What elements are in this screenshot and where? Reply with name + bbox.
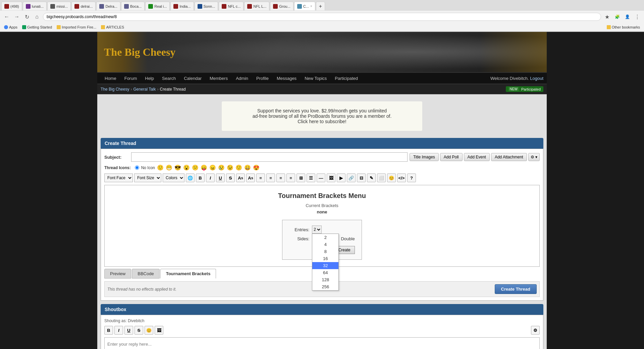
format-underline[interactable]: U — [216, 173, 225, 182]
participated-badge[interactable]: NEW Participated — [506, 86, 543, 92]
font-face-select[interactable]: Font Face — [104, 173, 133, 182]
icon-tongue[interactable]: 😛 — [201, 164, 207, 171]
bookmark-star[interactable]: ★ — [603, 13, 611, 21]
bookmark-other[interactable]: Other bookmarks — [605, 25, 641, 29]
shoutbox-settings[interactable]: ⚙ — [531, 326, 540, 335]
format-globe[interactable]: 🌐 — [186, 173, 195, 182]
icon-smile-1[interactable]: 🙂 — [157, 164, 164, 171]
insert-image[interactable]: 🖼 — [327, 173, 335, 182]
browser-tab-active[interactable]: C... × — [294, 2, 315, 10]
insert-hr[interactable]: — — [317, 173, 325, 182]
shoutbox-input[interactable] — [104, 337, 540, 349]
icon-shocked[interactable]: 😮 — [183, 164, 190, 171]
create-thread-submit-button[interactable]: Create Thread — [495, 284, 537, 294]
insert-misc3[interactable]: ? — [407, 173, 416, 182]
back-button[interactable]: ← — [3, 13, 11, 21]
entries-select[interactable]: 2 — [312, 226, 322, 234]
editor-content[interactable]: Tournament Brackets Menu Current Bracket… — [104, 185, 540, 267]
settings-button[interactable]: ⚙ ▾ — [528, 153, 540, 161]
icon-smile-2[interactable]: 🙂 — [235, 164, 242, 171]
nav-participated[interactable]: Participated — [331, 72, 362, 84]
bookmark-apps[interactable]: Apps — [3, 25, 19, 29]
insert-misc1[interactable]: ✎ — [367, 173, 376, 182]
font-size-select[interactable]: Font Size — [134, 173, 161, 182]
insert-code[interactable]: </> — [397, 173, 406, 182]
browser-tab-2[interactable]: lunati... — [23, 2, 47, 10]
forward-button[interactable]: → — [13, 13, 21, 21]
browser-tab-7[interactable]: Real i... — [145, 2, 170, 10]
icon-heart[interactable]: 😍 — [253, 164, 260, 171]
align-right[interactable]: ≡ — [276, 173, 285, 182]
nav-help[interactable]: Help — [141, 72, 158, 84]
shoutbox-underline[interactable]: U — [124, 326, 133, 335]
format-strike[interactable]: S — [226, 173, 235, 182]
option-32[interactable]: 32 — [312, 262, 338, 269]
insert-link[interactable]: 🔗 — [347, 173, 356, 182]
option-64[interactable]: 64 — [312, 269, 338, 276]
nav-admin[interactable]: Admin — [232, 72, 252, 84]
icon-laugh[interactable]: 😄 — [244, 164, 251, 171]
option-128[interactable]: 128 — [312, 276, 338, 283]
format-italic[interactable]: I — [206, 173, 215, 182]
breadcrumb-home[interactable]: The Big Cheesy — [101, 87, 129, 92]
icon-grin[interactable]: 😁 — [166, 164, 172, 171]
insert-video[interactable]: ▶ — [337, 173, 345, 182]
format-subscript[interactable]: As — [246, 173, 255, 182]
nav-members[interactable]: Members — [206, 72, 232, 84]
insert-emoji[interactable]: 😊 — [387, 173, 396, 182]
extensions-button[interactable]: 🧩 — [613, 13, 621, 21]
browser-tab-8[interactable]: India... — [170, 2, 194, 10]
bookmark-imported[interactable]: Imported From Fire... — [55, 25, 98, 29]
browser-tab-11[interactable]: NFL L... — [244, 2, 269, 10]
format-superscript[interactable]: As — [236, 173, 245, 182]
tab-preview[interactable]: Preview — [104, 269, 131, 279]
browser-tab-4[interactable]: delrai... — [71, 2, 96, 10]
shoutbox-italic[interactable]: I — [114, 326, 123, 335]
nav-search[interactable]: Search — [158, 72, 180, 84]
format-bold[interactable]: B — [196, 173, 205, 182]
shoutbox-strike[interactable]: S — [135, 326, 143, 335]
browser-tab-5[interactable]: Delra... — [96, 2, 120, 10]
option-16[interactable]: 16 — [312, 255, 338, 262]
profile-button[interactable]: 👤 — [623, 13, 631, 21]
nav-calendar[interactable]: Calendar — [180, 72, 206, 84]
ad-banner[interactable]: Support the services you love. $2.99/mon… — [221, 101, 423, 131]
bookmark-getting-started[interactable]: Getting Started — [21, 25, 53, 29]
browser-tab-10[interactable]: NFL c... — [219, 2, 244, 10]
add-event-button[interactable]: Add Event — [464, 153, 490, 161]
insert-table[interactable]: ⊞ — [297, 173, 305, 182]
icon-angry[interactable]: 😠 — [209, 164, 216, 171]
nav-home[interactable]: Home — [101, 72, 120, 84]
tab-tournament-brackets[interactable]: Tournament Brackets — [160, 269, 216, 279]
title-images-button[interactable]: Title Images — [410, 153, 439, 161]
tab-bbcode[interactable]: BBCode — [132, 269, 159, 279]
nav-new-topics[interactable]: New Topics — [301, 72, 331, 84]
insert-misc2[interactable]: ⬜ — [377, 173, 386, 182]
icon-confused[interactable]: 😕 — [192, 164, 199, 171]
browser-tab-9[interactable]: Sonn... — [195, 2, 218, 10]
colors-select[interactable]: Colors — [163, 173, 184, 182]
option-256[interactable]: 256 — [312, 283, 338, 290]
shoutbox-bold[interactable]: B — [104, 326, 113, 335]
logout-link[interactable]: Logout — [530, 76, 543, 81]
home-button[interactable]: ⌂ — [33, 13, 41, 21]
address-input[interactable] — [43, 13, 601, 21]
browser-tab-6[interactable]: Boca... — [121, 2, 145, 10]
reload-button[interactable]: ↻ — [23, 13, 31, 21]
option-8[interactable]: 8 — [312, 248, 338, 255]
option-2[interactable]: 2 — [312, 234, 338, 241]
browser-tab-12[interactable]: Grou... — [270, 2, 293, 10]
bookmark-articles[interactable]: ARTICLES — [100, 25, 125, 29]
icon-cool[interactable]: 😎 — [174, 164, 181, 171]
nav-messages[interactable]: Messages — [273, 72, 301, 84]
nav-profile[interactable]: Profile — [252, 72, 273, 84]
insert-table2[interactable]: ⊟ — [357, 173, 366, 182]
add-attachment-button[interactable]: Add Attachment — [491, 153, 527, 161]
browser-tab-3[interactable]: missi... — [47, 2, 71, 10]
browser-tab-1[interactable]: (498) — [1, 2, 22, 10]
breadcrumb-general-talk[interactable]: General Talk — [133, 87, 156, 92]
shoutbox-emoji[interactable]: 😊 — [145, 326, 153, 335]
browser-tab-new[interactable]: + — [316, 2, 325, 10]
shoutbox-image[interactable]: 🖼 — [155, 326, 163, 335]
no-icon-radio[interactable] — [135, 165, 139, 170]
